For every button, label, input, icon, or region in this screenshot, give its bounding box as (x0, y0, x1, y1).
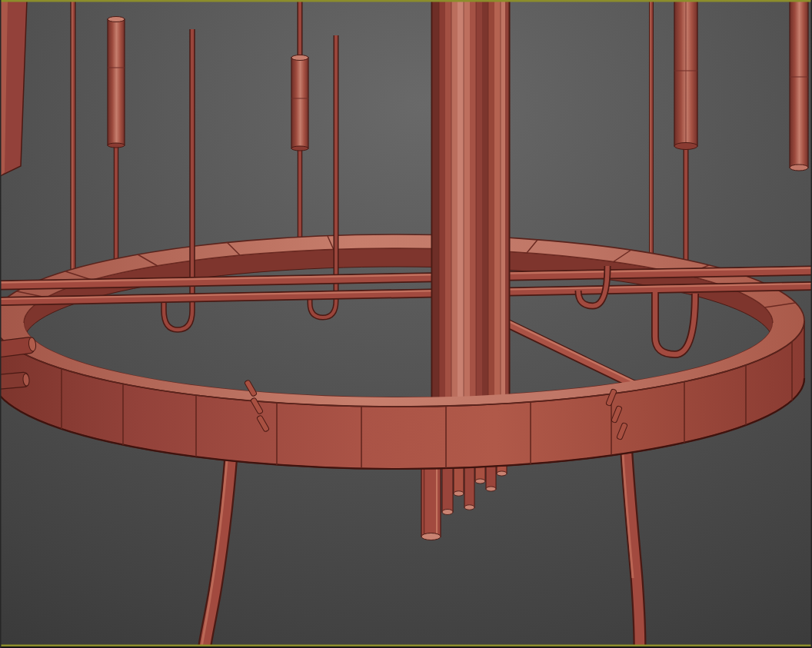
candle-stem-4 (790, 0, 808, 171)
thin-stem-1 (72, 0, 73, 273)
viewport-canvas[interactable] (0, 0, 812, 648)
thin-stem-2 (651, 0, 651, 258)
